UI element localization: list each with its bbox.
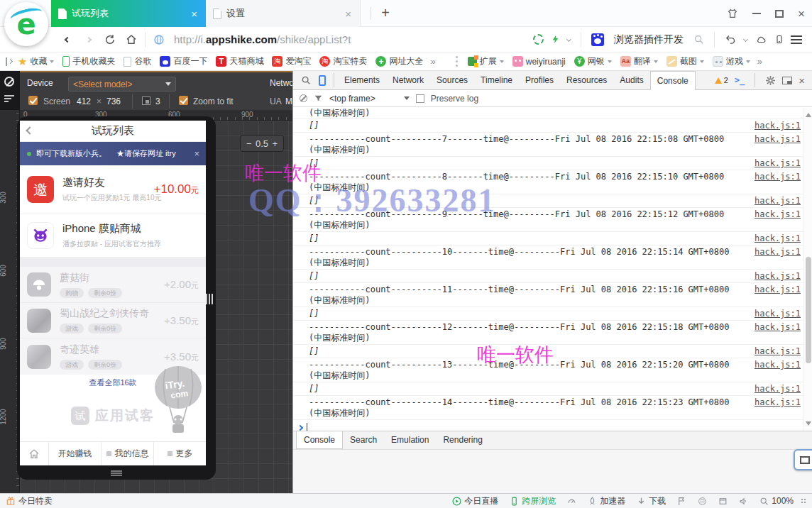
device-mode-toggle-icon[interactable] [319, 75, 326, 86]
floating-tool-button[interactable] [794, 449, 812, 470]
bookmark-mobile-favorites[interactable]: 手机收藏夹 [58, 53, 119, 70]
drawer-tab-search[interactable]: Search [343, 431, 384, 449]
statusbar-live[interactable]: 今日直播 [452, 495, 498, 507]
screen-height-value[interactable]: 736 [106, 96, 121, 106]
app-row-3[interactable]: 蜀山战纪之剑侠传奇游戏剩余0份+3.50元 [20, 303, 206, 338]
bookmark-overflow-icon[interactable]: » [755, 56, 765, 67]
drawer-tab-rendering[interactable]: Rendering [436, 431, 489, 449]
cloud-sync-icon[interactable] [755, 35, 768, 45]
tab-settings[interactable]: 设置 × [206, 0, 361, 27]
app-row-1[interactable]: iPhone 膜贴商城潘多拉膜贴 - 应用试客官方推荐 [20, 214, 206, 257]
scroll-up-arrow-icon[interactable] [806, 110, 811, 117]
bookmark-overflow-icon[interactable]: » [427, 56, 438, 67]
devtools-tab-audits[interactable]: Audits [613, 71, 649, 89]
bookmark-tmall[interactable]: T天猫商城 [212, 53, 268, 70]
back-button[interactable] [57, 30, 78, 50]
menu-icon[interactable] [791, 35, 802, 44]
bookmark-extensions[interactable]: 扩展 [463, 53, 508, 70]
undo-icon[interactable] [725, 34, 737, 45]
console-source-link[interactable]: hack.js:1 [755, 134, 801, 145]
console-source-link[interactable]: hack.js:1 [755, 322, 801, 333]
bookmark-translate[interactable]: Aa翻译 [616, 53, 662, 70]
notice-banner[interactable]: 即可下载新版小兵。 ★请保存网址 itry × [20, 142, 206, 165]
devtools-tab-resources[interactable]: Resources [560, 71, 613, 89]
statusbar-flag[interactable] [677, 497, 686, 506]
nav-more[interactable]: 更多 [153, 442, 206, 465]
baidu-search-icon[interactable] [591, 33, 604, 46]
address-bar[interactable]: http://i.appshike.com/shike/appList?t [174, 33, 351, 45]
scrollbar-thumb[interactable] [806, 257, 811, 363]
search-input[interactable]: 浏览器插件开发 [614, 33, 684, 46]
console-source-link[interactable]: hack.js:1 [755, 309, 801, 319]
statusbar-zoom-level[interactable]: 100% [759, 496, 794, 506]
zoom-in-button[interactable]: + [272, 138, 278, 149]
dpr-value[interactable]: 3 [155, 96, 160, 106]
scroll-down-arrow-icon[interactable] [806, 421, 811, 429]
devtools-tab-timeline[interactable]: Timeline [474, 71, 519, 89]
devtools-tab-elements[interactable]: Elements [338, 71, 386, 89]
bookmark-site-directory[interactable]: +网址大全 [371, 53, 427, 70]
bookmark-screenshot[interactable]: 截图 [662, 53, 708, 70]
bookmark-games[interactable]: 游戏 [708, 53, 755, 70]
drawer-tab-console[interactable]: Console [296, 431, 343, 449]
resize-grip-icon[interactable] [801, 498, 806, 504]
app-row-4[interactable]: 奇迹英雄游戏剩余0份+3.50元 [20, 338, 206, 375]
collapse-sidebar-icon[interactable] [6, 57, 12, 66]
app-row-0[interactable]: 邀邀请好友试玩一个应用奖励1元 最高10元+10.00元 [20, 165, 206, 214]
settings-gear-icon[interactable] [765, 75, 776, 86]
statusbar-ie-mode[interactable] [698, 497, 707, 506]
zoom-out-button[interactable]: − [246, 138, 252, 149]
console-source-link[interactable]: hack.js:1 [755, 196, 801, 206]
zoom-widget[interactable]: − 0.5 + [240, 135, 284, 152]
inspect-search-icon[interactable] [301, 75, 311, 85]
bookmark-aitaobao[interactable]: 淘爱淘宝 [268, 53, 315, 70]
tab-shiwan-list[interactable]: 试玩列表 × [51, 0, 206, 27]
console-source-link[interactable]: hack.js:1 [755, 346, 801, 357]
devtools-tab-console[interactable]: Console [650, 71, 696, 90]
forward-button[interactable] [78, 30, 99, 50]
ua-value[interactable]: Mo [285, 96, 292, 106]
disable-icon[interactable] [4, 77, 14, 87]
network-throttle-icon[interactable] [4, 95, 14, 103]
mobile-sync-icon[interactable] [775, 33, 784, 45]
console-source-link[interactable]: hack.js:1 [755, 384, 801, 394]
screen-width-value[interactable]: 412 [77, 96, 91, 106]
devtools-tab-profiles[interactable]: Profiles [519, 71, 560, 89]
console-drawer-toggle-icon[interactable]: >_ [735, 75, 745, 85]
dock-side-icon[interactable] [782, 77, 792, 84]
home-button[interactable] [121, 30, 142, 50]
back-chevron-icon[interactable] [26, 126, 33, 134]
devtools-tab-network[interactable]: Network [386, 71, 430, 89]
console-scrollbar[interactable] [803, 108, 812, 431]
app-row-2[interactable]: 蘑菇街购物剩余0份+2.00元 [20, 267, 206, 303]
capture-icon[interactable] [533, 34, 544, 45]
maximize-button[interactable] [775, 10, 784, 18]
console-source-link[interactable]: hack.js:1 [755, 397, 801, 408]
bookmark-google[interactable]: 谷歌 [119, 53, 155, 70]
view-all-link[interactable]: 查看全部16款 [20, 375, 206, 390]
nav-start-earning[interactable]: 开始赚钱 [48, 442, 101, 465]
bookmark-baidu[interactable]: 百度一下 [155, 53, 212, 70]
preserve-log-checkbox[interactable] [416, 94, 424, 103]
bookmark-taobao-sale[interactable]: 淘淘宝特卖 [315, 53, 371, 70]
close-devtools-icon[interactable]: × [799, 74, 805, 87]
filter-funnel-icon[interactable] [314, 94, 323, 103]
search-icon[interactable] [693, 34, 704, 45]
console-source-link[interactable]: hack.js:1 [755, 172, 801, 182]
frame-selector[interactable]: <top frame> [329, 94, 410, 104]
tab-close-icon[interactable]: × [190, 8, 199, 20]
todays-deals-button[interactable]: 今日特卖 [6, 495, 53, 507]
console-source-link[interactable]: hack.js:1 [755, 121, 801, 131]
statusbar-download[interactable]: 下载 [637, 495, 666, 507]
warnings-indicator[interactable]: 2 [715, 76, 728, 84]
skin-theme-icon[interactable] [727, 8, 738, 19]
statusbar-sound[interactable] [739, 497, 748, 506]
bookmark-online-banking[interactable]: ¥网银 [570, 53, 616, 70]
statusbar-accelerator[interactable]: 加速器 [588, 495, 625, 507]
bookmark-favorites[interactable]: ★收藏 [13, 53, 58, 70]
clear-console-icon[interactable] [300, 94, 307, 102]
screen-checkbox[interactable] [28, 96, 38, 105]
chevron-down-icon[interactable] [743, 37, 748, 42]
console-source-link[interactable]: hack.js:1 [755, 360, 801, 370]
statusbar-speed[interactable] [567, 497, 576, 506]
